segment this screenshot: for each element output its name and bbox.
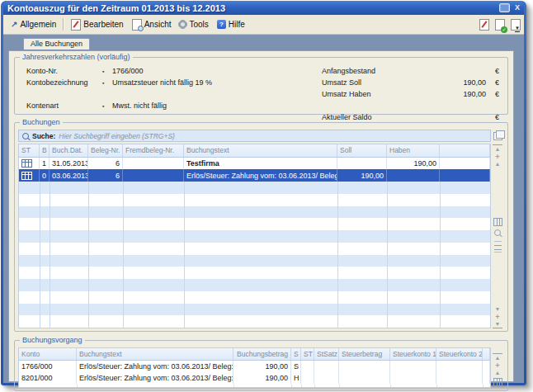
cell-fremdbeleg: [123, 158, 184, 170]
window-titlebar[interactable]: Kontoauszug für den Zeitraum 01.2013 bis…: [3, 1, 524, 15]
cell-steuerbetrag: [339, 361, 390, 372]
transaction-row[interactable]: 1766/000 Erlös/Steuer: Zahlung vom: 03.0…: [19, 361, 490, 372]
restore-window-icon[interactable]: [499, 3, 510, 12]
empty-row: [19, 194, 490, 206]
previous-row-icon[interactable]: ▲: [493, 369, 502, 376]
cell-betrag: 190,00: [233, 372, 291, 384]
currency-symbol: €: [486, 90, 499, 98]
cell-steuerbetrag: [339, 372, 390, 384]
menu-allgemein[interactable]: ↗ Allgemein: [7, 18, 60, 31]
summary-row-anfangsbestand: Anfangsbestand €: [322, 65, 499, 77]
field-label: Kontenart: [26, 102, 102, 110]
menu-hilfe[interactable]: ? Hilfe: [213, 18, 249, 31]
col-header-blank[interactable]: [483, 348, 490, 360]
grid-icon: [21, 172, 32, 180]
col-header-st[interactable]: ST: [19, 144, 40, 157]
empty-row: [19, 218, 490, 230]
cell-text: Erlös/Steuer: Zahlung vom: 03.06.2013/ B…: [184, 169, 337, 182]
cell-steuerkonto1: [390, 361, 436, 372]
col-header-steuerbetrag[interactable]: Steuerbetrag: [339, 348, 390, 360]
close-icon[interactable]: X: [515, 4, 520, 12]
cell-beleg: 6: [88, 158, 123, 170]
columns-icon[interactable]: [493, 378, 502, 386]
tab-alle-buchungen[interactable]: Alle Buchungen: [23, 38, 90, 50]
main-panel: Jahresverkehrszahlen (vorläufig) Konto-N…: [8, 50, 514, 382]
currency-symbol: €: [486, 113, 499, 121]
transaction-nav-strip: ▲ + ▲: [491, 347, 504, 388]
document-check-icon: [495, 19, 505, 31]
col-header-buchungsbetrag[interactable]: Buchungsbetrag: [233, 348, 291, 360]
next-row-icon[interactable]: ▼: [493, 305, 502, 313]
export-button[interactable]: [511, 19, 521, 31]
help-icon: ?: [217, 20, 226, 29]
report-button[interactable]: [479, 19, 489, 31]
col-header-haben[interactable]: Haben: [387, 144, 440, 157]
cell-stsatz: [314, 372, 339, 384]
empty-area: [19, 384, 490, 387]
cell-haben: 190,00: [387, 158, 440, 170]
previous-row-icon[interactable]: ▲: [493, 160, 502, 168]
grid-search-icon[interactable]: [494, 229, 501, 236]
col-header-belegnr[interactable]: Beleg-Nr.: [88, 144, 123, 157]
col-header-steuerkonto1[interactable]: Steuerkonto 1: [390, 348, 436, 360]
bookings-group: Buchungen Suche: Hier Suchbegriff eingeb…: [14, 122, 508, 332]
col-header-st[interactable]: ST: [301, 348, 314, 360]
cell-st: [301, 361, 314, 372]
menu-ansicht[interactable]: Ansicht: [128, 17, 176, 32]
cell-st: [19, 158, 40, 170]
col-header-buchungstext[interactable]: Buchungstext: [184, 144, 337, 157]
cell-text: Testfirma: [184, 158, 337, 170]
col-header-buchungstext[interactable]: Buchungstext: [77, 348, 233, 360]
report-document-icon: [479, 19, 489, 31]
first-row-icon[interactable]: ▲: [493, 353, 502, 361]
cell-konto: 8201/000: [19, 372, 77, 384]
append-row-icon[interactable]: +: [493, 313, 502, 320]
last-row-icon[interactable]: ▼: [493, 320, 502, 328]
transaction-group: Buchungsvorgang Konto Buchungstext Buchu…: [14, 340, 508, 391]
grid-tool-icon-b[interactable]: [494, 249, 502, 256]
columns-icon[interactable]: [493, 218, 502, 226]
confirm-button[interactable]: [495, 19, 505, 31]
booking-row[interactable]: 1 31.05.2013 6 Testfirma 190,00: [19, 158, 490, 170]
col-header-buchdat[interactable]: Buch.Dat.: [50, 144, 88, 157]
menu-bearbeiten[interactable]: Bearbeiten: [67, 17, 127, 32]
col-header-stsatz[interactable]: StSatz: [314, 348, 339, 360]
transaction-table-header: Konto Buchungstext Buchungsbetrag S ST S…: [19, 348, 490, 361]
edit-document-icon: [71, 19, 81, 31]
field-label: Anfangsbestand: [322, 67, 448, 75]
field-value: 1766/000: [112, 67, 144, 75]
col-header-fremdbelegnr[interactable]: Fremdbeleg-Nr.: [123, 144, 184, 157]
insert-row-icon[interactable]: +: [493, 361, 502, 369]
search-bar[interactable]: Suche: Hier Suchbegriff eingeben (STRG+S…: [18, 130, 491, 142]
field-label: Aktueller Saldo: [322, 113, 448, 121]
cell-s: S: [291, 361, 301, 372]
col-header-b[interactable]: B: [40, 144, 50, 157]
cell-soll: 190,00: [337, 169, 387, 182]
currency-symbol: €: [486, 67, 499, 75]
menu-label: Allgemein: [20, 20, 56, 29]
cell-date: 31.05.2013: [50, 158, 88, 170]
booking-row-selected[interactable]: 0 03.06.2013 6 Erlös/Steuer: Zahlung vom…: [19, 169, 490, 182]
menu-tools[interactable]: Tools: [175, 18, 212, 31]
menu-label: Hilfe: [229, 20, 245, 29]
transaction-row[interactable]: 8201/000 Erlös/Steuer: Zahlung vom: 03.0…: [19, 372, 490, 384]
first-row-icon[interactable]: ▲: [493, 144, 502, 153]
summary-group: Jahresverkehrszahlen (vorläufig) Konto-N…: [14, 57, 508, 115]
insert-row-icon[interactable]: +: [493, 153, 502, 160]
bookings-table: ST B Buch.Dat. Beleg-Nr. Fremdbeleg-Nr. …: [18, 144, 491, 328]
bookings-table-header: ST B Buch.Dat. Beleg-Nr. Fremdbeleg-Nr. …: [19, 144, 490, 158]
col-header-blank[interactable]: [440, 144, 490, 157]
amount-value: 190,00: [448, 90, 486, 98]
col-header-konto[interactable]: Konto: [19, 348, 77, 360]
col-header-s[interactable]: S: [291, 348, 301, 360]
col-header-steuerkonto2[interactable]: Steuerkonto 2: [436, 348, 483, 360]
copy-icon[interactable]: [493, 132, 502, 140]
cell-haben: [387, 169, 440, 182]
menu-separator: [63, 18, 64, 31]
empty-row: [19, 279, 490, 291]
grid-tool-icon-a[interactable]: [494, 239, 502, 246]
menu-label: Bearbeiten: [83, 20, 123, 29]
cell-date: 03.06.2013: [50, 169, 88, 182]
cell-s: H: [291, 372, 301, 384]
col-header-soll[interactable]: Soll: [337, 144, 387, 157]
